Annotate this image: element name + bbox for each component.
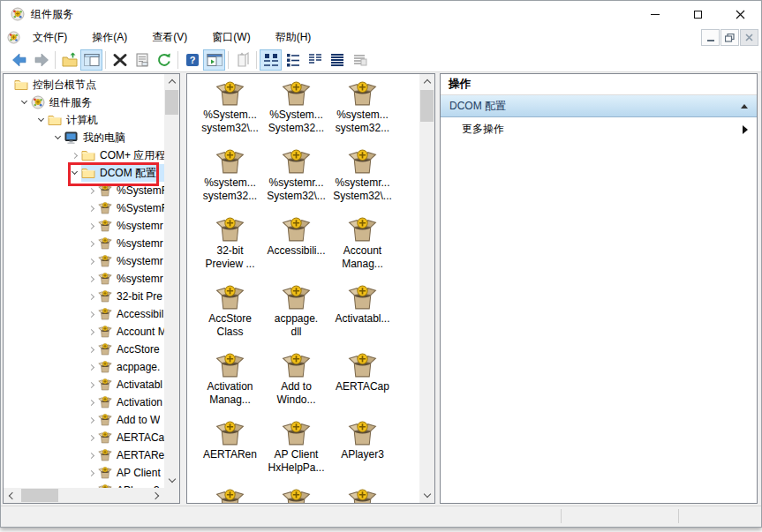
chevron-icon[interactable] [51, 137, 64, 139]
tree-item[interactable]: Add to W [4, 411, 164, 429]
tree-item[interactable]: DCOM 配置 [4, 164, 164, 182]
view-customize-button[interactable] [348, 49, 370, 71]
chevron-icon[interactable] [85, 259, 98, 264]
mdi-restore-button[interactable] [721, 29, 739, 46]
chevron-icon[interactable] [85, 453, 98, 458]
component-item[interactable]: AERTARen [197, 417, 263, 485]
properties-button[interactable] [131, 49, 153, 71]
chevron-icon[interactable] [85, 383, 98, 387]
component-item[interactable]: %System... System32... [263, 78, 329, 146]
tree-item-body[interactable]: %systemr [98, 270, 164, 288]
chevron-icon[interactable] [85, 401, 98, 405]
chevron-icon[interactable] [85, 348, 98, 352]
view-small-icons-button[interactable] [282, 49, 304, 71]
component-item[interactable]: %systemr... System32\... [263, 146, 329, 214]
chevron-icon[interactable] [85, 471, 98, 476]
menu-help[interactable]: 帮助(H) [263, 27, 324, 48]
component-item[interactable]: AP Client HxHelpPa... [263, 417, 329, 485]
tree-item[interactable]: APlayer3 [4, 482, 164, 488]
tree-item[interactable]: %SystemR [4, 182, 164, 199]
view-list-button[interactable] [304, 49, 326, 71]
chevron-icon[interactable] [85, 242, 98, 246]
chevron-icon[interactable] [85, 277, 98, 281]
chevron-icon[interactable] [85, 330, 98, 334]
component-item[interactable]: acppage. dll [263, 281, 329, 349]
scroll-thumb[interactable] [21, 489, 58, 502]
tree-item-body[interactable]: Account M [98, 323, 164, 341]
tree-item-body[interactable]: Accessibil [98, 305, 164, 323]
component-item[interactable]: %systemr... System32\... [329, 146, 396, 214]
component-item[interactable] [329, 485, 396, 503]
collapse-icon[interactable] [741, 104, 748, 109]
component-item[interactable]: 32-bit Preview ... [197, 214, 263, 281]
component-item[interactable]: Account Manag... [329, 214, 396, 281]
delete-button[interactable] [109, 49, 131, 71]
mdi-close-button[interactable] [740, 29, 758, 46]
tree-item-body[interactable]: DCOM 配置 [81, 164, 164, 182]
tree-item-body[interactable]: COM+ 应用程序 [81, 146, 164, 164]
tree-item-body[interactable]: acppage. [98, 358, 164, 376]
up-one-level-button[interactable] [58, 49, 80, 71]
mdi-minimize-button[interactable] [701, 29, 720, 46]
menu-action[interactable]: 操作(A) [79, 27, 140, 48]
menu-file[interactable]: 文件(F) [20, 27, 79, 48]
tree-item-body[interactable]: AERTARen [98, 446, 164, 464]
scroll-thumb[interactable] [420, 90, 434, 122]
tree-item-body[interactable]: 我的电脑 [64, 129, 164, 146]
tree-item-body[interactable]: %SystemR [98, 182, 164, 199]
maximize-button[interactable] [676, 1, 719, 27]
tree-item[interactable]: Activatabl [4, 376, 164, 393]
tree-item-body[interactable]: 控制台根节点 [14, 76, 164, 94]
tree-item-body[interactable]: Activation [98, 393, 164, 411]
tree-item[interactable]: 32-bit Pre [4, 288, 164, 305]
tree-vertical-scrollbar[interactable] [164, 74, 179, 488]
title-bar[interactable]: 组件服务 [1, 1, 761, 27]
chevron-icon[interactable] [85, 206, 98, 211]
component-item[interactable]: %system... system32... [329, 78, 396, 146]
tree-item-body[interactable]: %systemr [98, 217, 164, 235]
tree-item-body[interactable]: 组件服务 [31, 94, 164, 111]
view-details-button[interactable] [326, 49, 348, 71]
tree-item-body[interactable]: 32-bit Pre [98, 288, 164, 305]
menu-window[interactable]: 窗口(W) [200, 27, 262, 48]
component-item[interactable]: AccStore Class [197, 281, 263, 349]
chevron-icon[interactable] [85, 418, 98, 423]
tree-item[interactable]: %SystemR [4, 199, 164, 217]
chevron-icon[interactable] [85, 189, 98, 193]
chevron-icon[interactable] [85, 365, 98, 370]
component-item[interactable]: Activation Manag... [197, 349, 263, 417]
tree-item[interactable]: acppage. [4, 358, 164, 376]
scroll-up-button[interactable] [419, 74, 434, 89]
scroll-left-button[interactable] [4, 488, 19, 503]
chevron-icon[interactable] [18, 101, 31, 103]
tree-item-body[interactable]: AERTACap [98, 429, 164, 446]
tree-item[interactable]: Account M [4, 323, 164, 341]
chevron-icon[interactable] [34, 119, 48, 121]
tree-item-body[interactable]: Add to W [98, 411, 164, 429]
chevron-icon[interactable] [85, 295, 98, 299]
tree-item[interactable]: COM+ 应用程序 [4, 146, 164, 164]
help-button[interactable]: ? [181, 49, 203, 71]
tree-item-body[interactable]: AccStore [98, 341, 164, 358]
tree-item[interactable]: AERTACap [4, 429, 164, 446]
view-large-icons-button[interactable] [260, 49, 282, 71]
scroll-thumb[interactable] [165, 90, 178, 115]
tree-item-body[interactable]: AP Client [98, 464, 164, 482]
close-button[interactable] [719, 1, 761, 27]
menu-view[interactable]: 查看(V) [140, 27, 200, 48]
component-item[interactable]: Activatabl... [329, 281, 396, 349]
tree-item[interactable]: %systemr [4, 217, 164, 235]
tree-item-body[interactable]: %systemr [98, 252, 164, 270]
component-item[interactable] [263, 485, 329, 503]
show-console-tree-button[interactable] [80, 49, 102, 71]
tree-item[interactable]: %systemr [4, 252, 164, 270]
tree-item[interactable]: AERTARen [4, 446, 164, 464]
back-button[interactable] [8, 49, 30, 71]
tree-item[interactable]: Activation [4, 393, 164, 411]
tree-item[interactable]: Accessibil [4, 305, 164, 323]
chevron-icon[interactable] [85, 312, 98, 317]
tree-item[interactable]: 组件服务 [4, 94, 164, 111]
tree-item-body[interactable]: %SystemR [98, 199, 164, 217]
tree-item-body[interactable]: APlayer3 [98, 482, 164, 488]
scroll-down-button[interactable] [164, 473, 179, 488]
